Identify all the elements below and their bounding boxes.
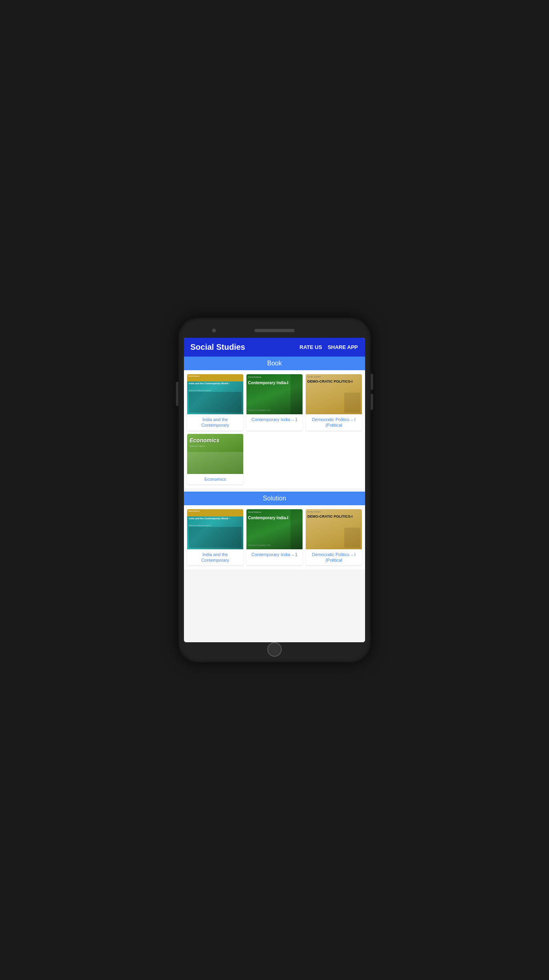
cover-label-sm: SOCIAL SCIENCE [307, 376, 321, 378]
book-label: Economics [203, 474, 228, 484]
cover-eco-title: Economics [190, 437, 220, 444]
phone-frame: Social Studies RATE US SHARE APP Book So… [178, 318, 371, 662]
app-title: Social Studies [190, 343, 245, 352]
cover-big-title: Contemporary India-I [248, 516, 301, 520]
solution-democratic-politics[interactable]: SOCIAL SCIENCE DEMO-CRATIC POLITICS-I De… [306, 509, 362, 566]
cover-label: Social Science [248, 376, 261, 378]
book-democratic-politics[interactable]: SOCIAL SCIENCE DEMO-CRATIC POLITICS-I De… [306, 374, 362, 431]
ss-badge: Social Science [187, 509, 201, 513]
solution-label: Contemporary India – 1 [250, 549, 299, 560]
cover-label-sm: SOCIAL SCIENCE [307, 511, 321, 513]
book-contemporary-india[interactable]: Social Science Contemporary India-I Text… [246, 374, 303, 431]
volume-up-button[interactable] [371, 374, 373, 390]
book-section-header: Book [184, 357, 365, 370]
camera-icon [212, 329, 216, 333]
ss-badge: Social Science [187, 374, 201, 378]
cover-sub2: Textbook in Geography for Clas [248, 544, 270, 546]
cover-title: India and the Contemporary World – [189, 517, 242, 520]
book-label: Contemporary India – 1 [250, 414, 299, 425]
cover-label: Social Science [248, 511, 261, 513]
cover-farmer [187, 452, 243, 474]
cover-sub2: Textbook in Geography for Clas [248, 409, 270, 411]
phone-screen: Social Studies RATE US SHARE APP Book So… [184, 338, 365, 642]
cover-big-title: Contemporary India-I [248, 381, 301, 385]
book-grid: Social Science India and the Contemporar… [184, 370, 365, 488]
rate-us-button[interactable]: RATE US [299, 343, 323, 352]
phone-bottom [184, 644, 365, 655]
app-content: Book Social Science India and the Contem… [184, 357, 365, 642]
solution-section-header: Solution [184, 492, 365, 505]
cover-dem-title: DEMO-CRATIC POLITICS-I [307, 380, 360, 384]
app-header: Social Studies RATE US SHARE APP [184, 338, 365, 357]
solution-label: Democratic Politics – I (Political [306, 549, 362, 566]
header-actions: RATE US SHARE APP [299, 343, 359, 352]
cover-eco-sub: Textbook for Class IX [190, 445, 205, 447]
phone-top-bar [184, 325, 365, 336]
cover-sketch [189, 392, 242, 413]
section-gap [184, 488, 365, 492]
cover-cartoon [344, 393, 360, 413]
cover-sub: Textbook in History for Class IX [189, 524, 211, 526]
book-economics[interactable]: Economics Textbook for Class IX Economic… [187, 434, 243, 484]
solution-contemporary-india[interactable]: Social Science Contemporary India-I Text… [246, 509, 303, 566]
volume-down-button[interactable] [371, 394, 373, 410]
book-label: Democratic Politics – I (Political [306, 414, 362, 431]
cover-sub: Textbook in History for Class IX [189, 389, 211, 391]
book-label: India and the Contemporary [187, 414, 243, 431]
tree-decoration [291, 509, 303, 549]
solution-grid: Social Science India and the Contemporar… [184, 505, 365, 570]
tree-decoration [291, 374, 303, 414]
speaker-icon [254, 329, 295, 332]
solution-label: India and the Contemporary [187, 549, 243, 566]
home-button[interactable] [267, 642, 282, 657]
share-app-button[interactable]: SHARE APP [327, 343, 359, 352]
cover-title: India and the Contemporary World – [189, 382, 242, 385]
cover-dem-title: DEMO-CRATIC POLITICS-I [307, 515, 360, 519]
book-india-contemporary[interactable]: Social Science India and the Contemporar… [187, 374, 243, 431]
cover-sketch [189, 527, 242, 548]
solution-india-contemporary[interactable]: Social Science India and the Contemporar… [187, 509, 243, 566]
cover-cartoon [344, 528, 360, 548]
power-button[interactable] [176, 382, 178, 406]
